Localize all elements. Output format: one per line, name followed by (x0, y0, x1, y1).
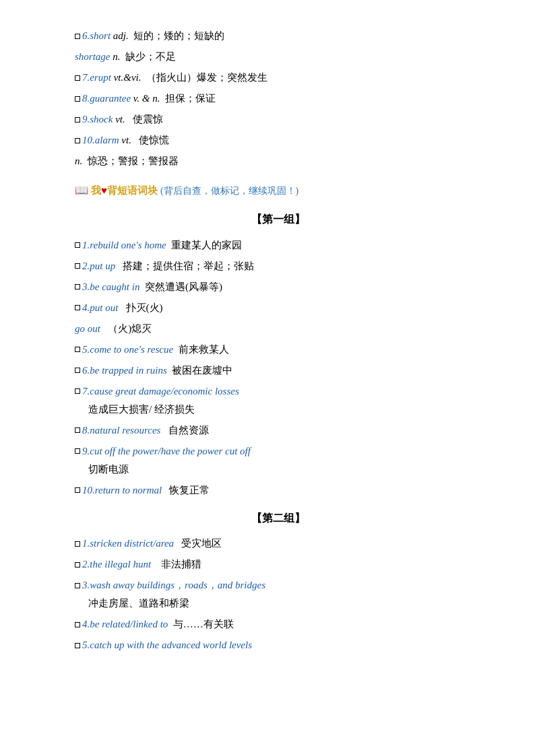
entry-6-zh: 短的；矮的；短缺的 (133, 30, 224, 41)
g1-3-square (75, 284, 80, 289)
g1-4b-zh: （火)熄灭 (108, 323, 152, 334)
g2-4-square (75, 622, 80, 627)
entry-10-zh: 使惊慌 (139, 135, 169, 145)
g1-5-square (75, 347, 80, 352)
g1-6-zh: 被困在废墟中 (172, 365, 232, 376)
g2-2-zh: 非法捕猎 (161, 559, 201, 570)
entry-9-square (75, 117, 80, 123)
g2-item-4: 4.be related/linked to 与……有关联 (75, 615, 481, 633)
g1-7-en: 7.cause great damage/economic losses (82, 386, 239, 397)
section-title-vocab: 📖 我♥背短语词块(背后自查，做标记，继续巩固！) (75, 181, 481, 201)
shortage-word: shortage (75, 51, 111, 62)
g1-item-2: 2.put up 搭建；提供住宿；举起；张贴 (75, 257, 481, 275)
g2-3-zh: 冲走房屋、道路和桥梁 (75, 594, 481, 613)
g2-1-square (75, 541, 80, 547)
entry-9-shock: 9.shock vt. 使震惊 (75, 110, 481, 129)
g1-6-en: 6.be trapped in ruins (82, 365, 167, 376)
g1-8-en: 8.natural resources (82, 425, 160, 436)
g1-item-7: 7.cause great damage/economic losses 造成巨… (75, 382, 481, 419)
entry-7-word: 7.erupt (82, 72, 111, 83)
entry-6-pos: adj. (113, 30, 129, 41)
g1-5-en: 5.come to one's rescue (82, 344, 173, 355)
section-title-text: 我♥背短语词块 (91, 182, 158, 200)
g1-item-4: 4.put out 扑灭(火) (75, 299, 481, 317)
group2-header: 【第二组】 (75, 509, 481, 528)
g1-1-en: 1.rebuild one's home (82, 240, 166, 250)
g2-4-en: 4.be related/linked to (82, 619, 168, 629)
g1-2-en: 2.put up (82, 261, 115, 271)
g1-item-9: 9.cut off the power/have the power cut o… (75, 442, 481, 479)
entry-8-square (75, 96, 80, 102)
entry-7-square (75, 75, 80, 81)
entry-10b-zh: 惊恐；警报；警报器 (88, 156, 179, 166)
entry-9-word: 9.shock (82, 114, 113, 125)
entry-10-alarm: 10.alarm vt. 使惊慌 (75, 131, 481, 149)
g1-1-zh: 重建某人的家园 (171, 240, 242, 250)
entry-8-pos: v. & n. (133, 93, 160, 104)
g1-3-en: 3.be caught in (82, 281, 139, 292)
g2-item-1: 1.stricken district/area 受灾地区 (75, 535, 481, 553)
g1-8-square (75, 427, 80, 433)
g1-item-10: 10.return to normal 恢复正常 (75, 481, 481, 500)
g1-8-zh: 自然资源 (168, 425, 209, 436)
g1-1-square (75, 242, 80, 248)
g1-4b-en: go out (75, 323, 100, 334)
entry-10b-alarm-n: n. 惊恐；警报；警报器 (75, 152, 481, 170)
g1-7-zh: 造成巨大损害/ 经济损失 (75, 401, 481, 419)
g1-item-6: 6.be trapped in ruins 被困在废墟中 (75, 362, 481, 380)
g2-4-zh: 与……有关联 (173, 619, 234, 629)
g1-item-1: 1.rebuild one's home 重建某人的家园 (75, 236, 481, 254)
g1-item-3: 3.be caught in 突然遭遇(风暴等) (75, 278, 481, 296)
g2-2-square (75, 562, 80, 568)
g1-2-zh: 搭建；提供住宿；举起；张贴 (123, 261, 254, 271)
g1-9-en: 9.cut off the power/have the power cut o… (82, 446, 251, 456)
g1-5-zh: 前来救某人 (179, 344, 229, 355)
entry-6-square (75, 34, 80, 39)
g2-5-square (75, 643, 80, 648)
vocabulary-list: 6.short adj. 短的；矮的；短缺的 shortage n. 缺少；不足… (75, 27, 481, 654)
shortage-zh: 缺少；不足 (125, 51, 176, 62)
g1-9-zh: 切断电源 (75, 460, 481, 479)
entry-10-square (75, 138, 80, 143)
group1-header: 【第一组】 (75, 210, 481, 230)
g2-3-square (75, 583, 80, 588)
g2-2-en: 2.the illegal hunt (82, 559, 151, 570)
g1-4-square (75, 305, 80, 310)
g1-10-square (75, 487, 80, 493)
g1-10-zh: 恢复正常 (169, 485, 210, 495)
entry-shortage: shortage n. 缺少；不足 (75, 48, 481, 66)
g2-1-zh: 受灾地区 (181, 538, 222, 549)
entry-8-guarantee: 8.guarantee v. & n. 担保；保证 (75, 90, 481, 108)
g2-item-5: 5.catch up with the advanced world level… (75, 636, 481, 654)
g2-1-en: 1.stricken district/area (82, 538, 174, 549)
g1-4-en: 4.put out (82, 302, 118, 313)
g2-5-en: 5.catch up with the advanced world level… (82, 640, 252, 650)
g2-item-3: 3.wash away buildings，roads，and bridges … (75, 576, 481, 613)
entry-7-zh: （指火山）爆发；突然发生 (146, 72, 268, 83)
g2-item-2: 2.the illegal hunt 非法捕猎 (75, 555, 481, 574)
section-title-note: (背后自查，做标记，继续巩固！) (160, 182, 298, 199)
entry-9-zh: 使震惊 (133, 114, 163, 125)
entry-10-word: 10.alarm (82, 135, 119, 145)
g1-7-square (75, 388, 80, 394)
g1-4-zh: 扑灭(火) (126, 302, 163, 313)
entry-10b-pos: n. (75, 156, 82, 166)
g1-item-8: 8.natural resources 自然资源 (75, 421, 481, 440)
g1-item-4b: go out （火)熄灭 (75, 320, 481, 338)
entry-6-short: 6.short adj. 短的；矮的；短缺的 (75, 27, 481, 45)
g2-3-en: 3.wash away buildings，roads，and bridges (82, 580, 265, 590)
entry-8-zh: 担保；保证 (165, 93, 216, 104)
g1-10-en: 10.return to normal (82, 485, 162, 495)
entry-7-pos: vt.&vi. (114, 72, 141, 83)
orange-book-icon: 📖 (75, 181, 88, 201)
entry-6-number-word: 6.short (82, 30, 111, 41)
entry-7-erupt: 7.erupt vt.&vi. （指火山）爆发；突然发生 (75, 69, 481, 87)
g1-3-zh: 突然遭遇(风暴等) (145, 281, 222, 292)
entry-8-word: 8.guarantee (82, 93, 131, 104)
g1-2-square (75, 263, 80, 269)
entry-9-pos: vt. (115, 114, 125, 125)
g1-6-square (75, 368, 80, 373)
shortage-pos: n. (113, 51, 120, 62)
g1-item-5: 5.come to one's rescue 前来救某人 (75, 341, 481, 359)
entry-10-pos: vt. (121, 135, 131, 145)
